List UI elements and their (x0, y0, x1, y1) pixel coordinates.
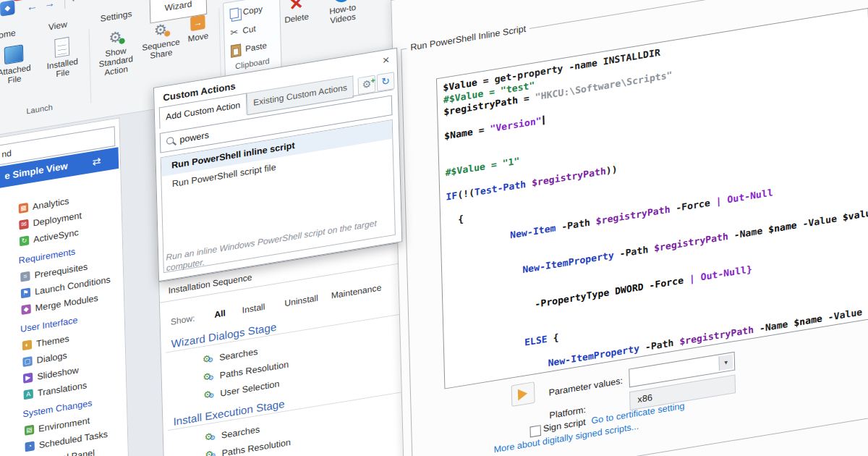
app-window: ◆ 13 ← → ▾ ome View Settings Wizard Atta… (0, 0, 868, 456)
sequence-item-label: Searches (219, 346, 258, 363)
cut-icon: ✂ (230, 26, 238, 38)
gears-icon: ⚙⚙ (203, 352, 215, 366)
sidebar-search-value: nd (1, 144, 12, 164)
gear-icon: ⚙ (154, 21, 168, 39)
attached-file-button[interactable]: Attached File (0, 42, 37, 88)
tab-view[interactable]: View (35, 14, 80, 38)
orange-dot-icon (164, 30, 170, 37)
gear-icon: ⚙ (208, 392, 214, 400)
ribbon-divider (218, 8, 221, 83)
text-caret (542, 115, 544, 124)
gears-icon: ⚙⚙ (203, 371, 215, 384)
gears-icon: ⚙⚙ (203, 388, 216, 401)
sidebar-item-icon: ◆ (21, 304, 30, 315)
filter-all[interactable]: All (214, 305, 226, 323)
run-script-button[interactable] (511, 381, 535, 407)
swap-icon: ⇄ (92, 150, 101, 173)
sidebar-item-label: ActiveSync (33, 227, 79, 245)
refresh-icon-button[interactable]: ↻ (377, 72, 395, 92)
move-icon: → (190, 14, 205, 31)
howto-videos-button[interactable]: ▶ How-to Videos (316, 0, 368, 28)
cut-button[interactable]: ✂ Cut (230, 22, 256, 38)
green-dot-icon (119, 38, 124, 44)
move-button[interactable]: → Move (181, 13, 215, 45)
gears-icon: ⚙⚙ (204, 431, 216, 444)
copy-button[interactable]: Copy (229, 3, 263, 20)
app-icon[interactable]: ◆ (0, 0, 15, 17)
back-icon[interactable]: ← (26, 0, 38, 13)
sidebar-item-label: Themes (36, 333, 69, 348)
filter-install[interactable]: Install (242, 299, 265, 318)
attached-file-icon (4, 44, 24, 64)
forward-icon[interactable]: → (44, 0, 56, 10)
powershell-dialog: Run PowerShell Inline Script $Value = ge… (391, 0, 868, 456)
delete-button[interactable]: × Delete (278, 0, 315, 26)
platform-value: x86 (637, 389, 652, 408)
sidebar-item-icon: ◐ (22, 339, 32, 350)
chevron-down-icon[interactable]: ▾ (72, 0, 75, 4)
sidebar-item-icon: ≡ (20, 271, 30, 282)
tab-settings[interactable]: Settings (94, 4, 138, 29)
actions-search-value: powers (179, 126, 209, 149)
sidebar-item-icon: ↻ (20, 235, 29, 246)
show-standard-action-button[interactable]: ⚙ Show Standard Action (92, 25, 140, 80)
sequence-share-button[interactable]: ⚙ Sequence Share (140, 19, 182, 63)
custom-actions-panel: Custom Actions × Add Custom Action Exist… (153, 48, 402, 282)
quick-access-divider (64, 0, 66, 9)
yellow-arrow-icon (518, 388, 528, 401)
sidebar-item-label: Dialogs (36, 350, 67, 366)
new-action-icon-button[interactable]: ⚙ + (357, 75, 375, 96)
screenshot-viewport: ◆ 13 ← → ▾ ome View Settings Wizard Atta… (0, 0, 868, 456)
installed-file-button[interactable]: Installed File (39, 34, 85, 81)
sidebar-item-icon: ▦ (19, 203, 28, 214)
sequence-item-label: Searches (221, 424, 260, 441)
combo-arrow-icon: ▾ (718, 354, 733, 371)
sidebar-item-icon: ◔ (25, 441, 34, 452)
show-label: Show: (171, 311, 195, 330)
gear-icon: ⚙ (208, 355, 213, 363)
gears-icon: ⚙⚙ (205, 448, 217, 456)
gear-icon: ⚙ (109, 28, 122, 46)
gear-icon: ⚙ (208, 373, 213, 381)
sidebar-item-icon: ▢ (22, 356, 32, 367)
ribbon-divider (89, 29, 92, 104)
play-icon: ▶ (333, 0, 352, 4)
close-icon[interactable]: × (383, 54, 390, 67)
copy-icon (230, 8, 239, 20)
sidebar-item-icon: ⚑ (21, 287, 30, 298)
sidebar-item-icon: ▤ (25, 425, 34, 436)
paste-icon (231, 43, 242, 57)
paste-button[interactable]: Paste (231, 40, 267, 57)
sidebar-item-icon: ▶ (23, 373, 33, 384)
search-icon (166, 137, 174, 145)
tab-home[interactable]: ome (0, 22, 28, 44)
gear-icon: ⚙ (210, 434, 216, 442)
sidebar-item-icon: ✉ (19, 219, 28, 230)
sidebar-tree: ▦Analytics✉Deployment↻ActiveSyncRequirem… (0, 184, 127, 456)
sidebar: nd e Simple View ⇄ ▦Analytics✉Deployment… (0, 117, 133, 456)
gear-icon: ⚙ (210, 451, 216, 456)
launch-group-label: Launch (0, 97, 86, 121)
sign-script-checkbox[interactable] (529, 425, 541, 437)
sidebar-item-icon: A (24, 389, 33, 400)
installed-file-icon (54, 37, 69, 58)
